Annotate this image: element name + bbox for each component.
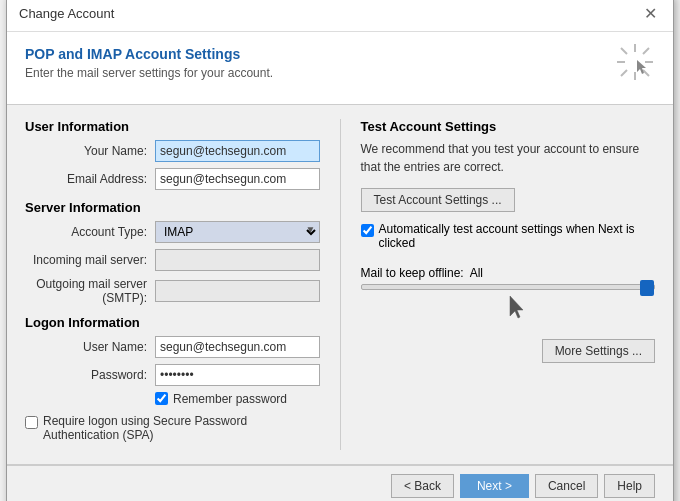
content-area: User Information Your Name: Email Addres… (7, 105, 673, 464)
svg-line-6 (643, 48, 649, 54)
offline-slider-thumb[interactable] (640, 280, 654, 296)
svg-line-4 (621, 48, 627, 54)
change-account-dialog: Change Account ✕ POP and IMAP Account Se… (6, 0, 674, 501)
require-spa-row: Require logon using Secure Password Auth… (25, 414, 320, 442)
header-section: POP and IMAP Account Settings Enter the … (7, 32, 673, 105)
account-type-row: Account Type: IMAP POP3 (25, 221, 320, 243)
account-type-select[interactable]: IMAP POP3 (155, 221, 320, 243)
remember-password-checkbox[interactable] (155, 392, 168, 405)
test-account-settings-button[interactable]: Test Account Settings ... (361, 188, 515, 212)
close-button[interactable]: ✕ (640, 4, 661, 23)
help-button[interactable]: Help (604, 474, 655, 498)
svg-marker-9 (510, 296, 523, 318)
logon-info-label: Logon Information (25, 315, 320, 330)
test-btn-row: Test Account Settings ... (361, 188, 656, 212)
left-panel: User Information Your Name: Email Addres… (25, 119, 320, 450)
offline-value: All (470, 266, 483, 280)
outgoing-server-row: Outgoing mail server (SMTP): (25, 277, 320, 305)
cancel-button[interactable]: Cancel (535, 474, 598, 498)
svg-line-7 (621, 70, 627, 76)
your-name-label: Your Name: (25, 144, 155, 158)
footer: < Back Next > Cancel Help (7, 465, 673, 502)
offline-label-text: Mail to keep offline: (361, 266, 464, 280)
cursor-icon (381, 294, 656, 327)
incoming-server-label: Incoming mail server: (25, 253, 155, 267)
outgoing-server-label: Outgoing mail server (SMTP): (25, 277, 155, 305)
password-label: Password: (25, 368, 155, 382)
incoming-server-row: Incoming mail server: (25, 249, 320, 271)
require-spa-label: Require logon using Secure Password Auth… (43, 414, 320, 442)
require-spa-checkbox[interactable] (25, 416, 38, 429)
username-label: User Name: (25, 340, 155, 354)
right-panel: Test Account Settings We recommend that … (340, 119, 656, 450)
password-row: Password: (25, 364, 320, 386)
cursor-header-icon (615, 42, 655, 90)
more-settings-row: More Settings ... (361, 339, 656, 363)
dialog-title: Change Account (19, 6, 114, 21)
header-subtitle: Enter the mail server settings for your … (25, 66, 273, 80)
right-title: Test Account Settings (361, 119, 656, 134)
user-info-label: User Information (25, 119, 320, 134)
header-title: POP and IMAP Account Settings (25, 46, 273, 62)
title-bar: Change Account ✕ (7, 0, 673, 32)
back-button[interactable]: < Back (391, 474, 454, 498)
account-type-label: Account Type: (25, 225, 155, 239)
right-description: We recommend that you test your account … (361, 140, 656, 176)
your-name-row: Your Name: (25, 140, 320, 162)
password-input[interactable] (155, 364, 320, 386)
remember-password-label: Remember password (173, 392, 287, 406)
auto-test-checkbox[interactable] (361, 224, 374, 237)
account-type-wrapper: IMAP POP3 (155, 221, 320, 243)
header-text: POP and IMAP Account Settings Enter the … (25, 46, 273, 80)
offline-slider-row (361, 284, 656, 290)
auto-test-label: Automatically test account settings when… (379, 222, 656, 250)
next-button[interactable]: Next > (460, 474, 529, 498)
auto-test-row: Automatically test account settings when… (361, 222, 656, 250)
email-label: Email Address: (25, 172, 155, 186)
username-input[interactable] (155, 336, 320, 358)
server-info-label: Server Information (25, 200, 320, 215)
email-row: Email Address: (25, 168, 320, 190)
remember-password-row: Remember password (155, 392, 320, 406)
outgoing-server-input[interactable] (155, 280, 320, 302)
offline-section: Mail to keep offline: All (361, 266, 656, 327)
offline-slider-track[interactable] (361, 284, 656, 290)
your-name-input[interactable] (155, 140, 320, 162)
username-row: User Name: (25, 336, 320, 358)
offline-label: Mail to keep offline: All (361, 266, 656, 280)
more-settings-button[interactable]: More Settings ... (542, 339, 655, 363)
incoming-server-input[interactable] (155, 249, 320, 271)
email-input[interactable] (155, 168, 320, 190)
